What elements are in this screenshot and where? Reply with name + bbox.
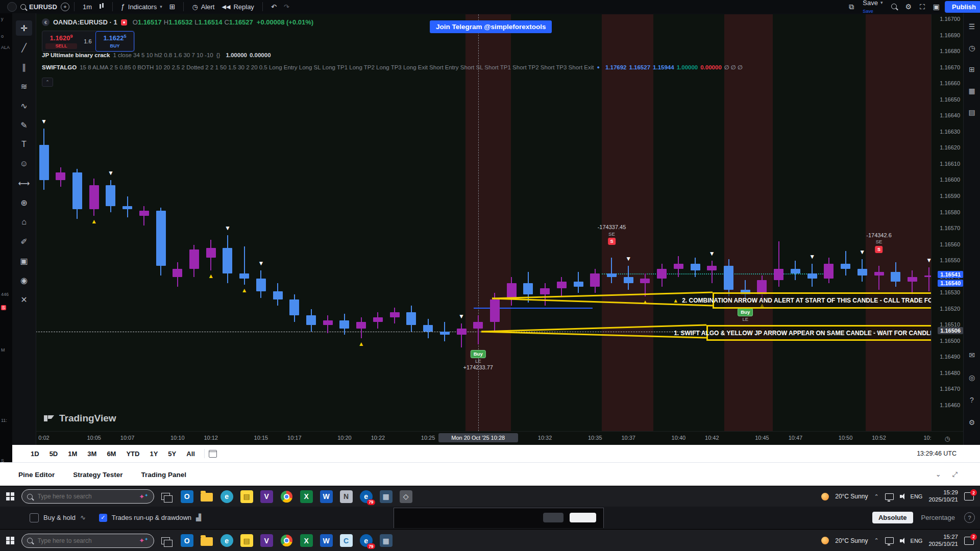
app-edge-browser[interactable]: e <box>220 534 233 547</box>
expand-panel-icon[interactable]: ⤢ <box>952 470 958 479</box>
telegram-banner[interactable]: Join Telegram @simpleforextools <box>430 20 552 33</box>
taskbar-search[interactable]: ✦✦ <box>21 489 154 504</box>
indicator-row-jp[interactable]: JP Ultimate binary crack 1 close 34 5 10… <box>42 52 271 58</box>
grid-layout-button[interactable]: ⊞ <box>166 3 179 11</box>
app-edge-browser[interactable]: e <box>220 490 233 503</box>
alert-button[interactable]: ◷ Alert <box>188 3 218 11</box>
action-center-icon[interactable]: 2 <box>964 492 974 500</box>
lock-tool[interactable]: ▣ <box>16 253 32 268</box>
range-button-1d[interactable]: 1D <box>27 448 43 459</box>
range-button-1y[interactable]: 1Y <box>145 448 162 459</box>
zoom-tool[interactable]: ⊕ <box>16 195 32 210</box>
measure-tool[interactable]: ⟷ <box>16 176 32 191</box>
chat-icon[interactable]: ✉ <box>967 350 977 360</box>
publish-button[interactable]: Publish <box>945 1 980 13</box>
indicator-row-swiftalgo[interactable]: SWIFTALGO 15 8 ALMA 2 5 0.85 0 BOTH 10 2… <box>42 64 743 71</box>
help-icon[interactable]: ? <box>964 512 975 523</box>
absolute-button[interactable]: Absolute <box>872 512 913 523</box>
app-sticky-notes[interactable]: ▤ <box>240 534 253 547</box>
range-button-all[interactable]: All <box>182 448 199 459</box>
app-sticky-notes[interactable]: ▤ <box>240 490 253 503</box>
app-onedrive[interactable]: C <box>340 534 353 547</box>
trend-line-tool[interactable]: ╱ <box>16 40 32 55</box>
app-visio[interactable]: V <box>260 490 273 503</box>
legend-collapse-button[interactable]: ⌃ <box>42 78 53 87</box>
search-input[interactable] <box>37 537 115 545</box>
app-onenote[interactable]: N <box>340 490 353 503</box>
volume-icon[interactable] <box>900 538 904 544</box>
callout-box[interactable]: 1. SWIFT ALGO & YELLOW JP ARROW APPEAR O… <box>706 325 931 341</box>
app-outlook[interactable]: O <box>181 534 193 547</box>
fullscreen-icon[interactable]: ⛶ <box>917 3 928 11</box>
volume-icon[interactable] <box>900 493 904 499</box>
app-edge-badged[interactable]: e79 <box>360 490 373 503</box>
start-button[interactable] <box>6 492 14 500</box>
language-label[interactable]: ENG <box>911 538 923 544</box>
pencil-ruler-tool[interactable]: ✐ <box>16 234 32 249</box>
community-icon[interactable]: ◎ <box>967 372 977 383</box>
range-button-1m[interactable]: 1M <box>64 448 81 459</box>
brush-tool[interactable]: ✎ <box>16 117 32 133</box>
app-excel[interactable]: X <box>300 534 313 547</box>
range-button-5d[interactable]: 5D <box>45 448 62 459</box>
start-button[interactable] <box>6 537 14 545</box>
user-avatar[interactable] <box>7 2 17 12</box>
app-app-misc[interactable]: ◇ <box>400 490 412 503</box>
tray-chevron-icon[interactable]: ⌃ <box>874 537 878 544</box>
sell-button[interactable]: 1.16209 SELL <box>42 32 80 51</box>
multichart-icon[interactable]: ⧉ <box>846 3 857 11</box>
callout-box[interactable]: ▲2. COMBINATION ARROW AND ALERT AT START… <box>713 292 931 309</box>
range-button-5y[interactable]: 5Y <box>164 448 180 459</box>
tab-strategy-tester[interactable]: Strategy Tester <box>73 471 122 479</box>
calendar-icon[interactable]: ▦ <box>967 86 977 96</box>
buy-button[interactable]: 1.16225 BUY <box>95 31 134 52</box>
language-label[interactable]: ENG <box>911 493 923 499</box>
text-tool[interactable]: T <box>16 137 32 152</box>
buy-marker-button[interactable]: Buy <box>738 308 753 316</box>
network-icon[interactable] <box>885 493 894 500</box>
watchlist-icon[interactable]: ☰ <box>967 21 977 32</box>
hotlists-icon[interactable]: ⊞ <box>967 64 977 74</box>
buy-marker-button[interactable]: Buy <box>471 350 486 358</box>
chart-style-button[interactable] <box>95 3 108 10</box>
action-center-icon[interactable]: 2 <box>964 537 974 545</box>
symbol-search-button[interactable]: EURUSD <box>17 3 61 11</box>
app-excel[interactable]: X <box>300 490 313 503</box>
utc-clock[interactable]: 13:29:46 UTC <box>917 450 957 457</box>
redo-button[interactable]: ↷ <box>280 3 293 11</box>
tray-chevron-icon[interactable]: ⌃ <box>874 493 878 500</box>
settings-icon[interactable]: ⚙ <box>967 417 977 428</box>
time-axis-settings[interactable]: ◷ <box>931 431 964 445</box>
range-button-ytd[interactable]: YTD <box>122 448 143 459</box>
pattern-tool[interactable]: ∿ <box>16 98 32 113</box>
app-chrome[interactable] <box>280 490 293 503</box>
percentage-button[interactable]: Percentage <box>921 514 955 521</box>
app-visio[interactable]: V <box>260 534 273 547</box>
app-file-explorer[interactable] <box>201 534 213 547</box>
taskbar-search[interactable]: ✦✦ <box>21 534 154 548</box>
app-file-explorer[interactable] <box>201 490 213 503</box>
crosshair-tool[interactable]: ✛ <box>16 20 32 36</box>
collapse-panel-icon[interactable]: ⌄ <box>936 470 941 479</box>
go-to-date-icon[interactable] <box>209 450 217 458</box>
parallel-channel-tool[interactable]: ∥ <box>16 59 32 74</box>
app-outlook[interactable]: O <box>181 490 193 503</box>
quick-search-icon[interactable] <box>888 3 900 11</box>
price-scale[interactable]: 1.167001.166901.166801.166701.166601.166… <box>931 14 964 431</box>
time-axis[interactable]: 0:0210:0510:0710:1010:1210:1510:1710:201… <box>36 431 931 445</box>
task-view-button[interactable] <box>161 493 170 500</box>
range-button-3m[interactable]: 3M <box>83 448 101 459</box>
hide-drawings-tool[interactable]: ◉ <box>16 272 32 288</box>
app-calculator[interactable]: ▦ <box>380 534 393 547</box>
clock-date[interactable]: 15:292025/10/21 <box>928 489 958 504</box>
remove-drawings-tool[interactable]: ✕ <box>16 292 32 307</box>
undo-button[interactable]: ↶ <box>267 3 280 11</box>
alerts-icon[interactable]: ◷ <box>967 43 977 53</box>
save-button[interactable]: Save ▾ Save <box>859 0 886 14</box>
tab-pine-editor[interactable]: Pine Editor <box>18 471 55 479</box>
emoji-tool[interactable]: ☺ <box>16 156 32 171</box>
search-input[interactable] <box>37 492 115 500</box>
tab-trading-panel[interactable]: Trading Panel <box>141 471 187 479</box>
app-edge-badged[interactable]: e79 <box>360 534 373 547</box>
ideas-icon[interactable]: ▤ <box>967 107 977 117</box>
